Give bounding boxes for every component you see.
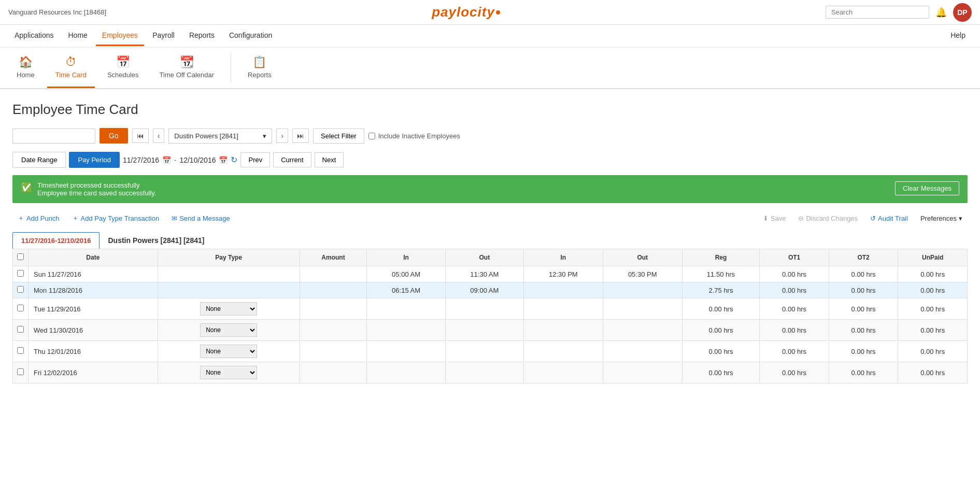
refresh-icon[interactable]: ↻	[231, 155, 237, 165]
row-unpaid: 0.00 hrs	[898, 282, 968, 298]
row-out2	[603, 341, 682, 362]
nav-configuration[interactable]: Configuration	[223, 26, 278, 46]
row-checkbox[interactable]	[17, 347, 24, 354]
clear-messages-button[interactable]: Clear Messages	[895, 181, 959, 195]
pay-period-button[interactable]: Pay Period	[69, 152, 120, 168]
row-checkbox[interactable]	[17, 270, 24, 277]
preferences-chevron-icon: ▾	[959, 215, 962, 222]
add-punch-button[interactable]: ＋ Add Punch	[12, 210, 65, 226]
nav-help[interactable]: Help	[944, 26, 972, 46]
last-record-button[interactable]: ⏭	[292, 128, 309, 143]
home-icon: 🏠	[19, 55, 33, 69]
employee-search-input[interactable]	[12, 128, 95, 144]
employee-dropdown[interactable]: Dustin Powers [2841] ▾	[168, 128, 272, 144]
row-reg: 2.75 hrs	[682, 282, 760, 298]
row-out1: 09:00 AM	[445, 282, 523, 298]
row-in1: 06:15 AM	[367, 282, 445, 298]
pay-type-select[interactable]: None	[200, 345, 257, 358]
subnav-schedules[interactable]: 📅 Schedules	[99, 48, 147, 88]
avatar[interactable]: DP	[953, 3, 972, 22]
action-bar: ＋ Add Punch ＋ Add Pay Type Transaction ✉…	[12, 210, 968, 226]
row-out2	[603, 298, 682, 320]
period-tab[interactable]: 11/27/2016-12/10/2016	[12, 232, 100, 249]
row-checkbox[interactable]	[17, 305, 24, 311]
notification-bell-icon[interactable]: 🔔	[935, 7, 947, 18]
subnav-divider	[231, 52, 231, 83]
subnav-timeoff[interactable]: 📆 Time Off Calendar	[151, 48, 223, 88]
row-checkbox[interactable]	[17, 286, 24, 293]
row-unpaid: 0.00 hrs	[898, 362, 968, 383]
col-reg: Reg	[682, 249, 760, 266]
row-pay-type[interactable]: None	[158, 341, 300, 362]
nav-employees[interactable]: Employees	[96, 26, 144, 46]
preferences-button[interactable]: Preferences ▾	[915, 211, 968, 225]
pay-type-select[interactable]: None	[200, 366, 257, 379]
nav-reports[interactable]: Reports	[183, 26, 221, 46]
row-pay-type[interactable]: None	[158, 298, 300, 320]
top-bar-right: 🔔 DP	[826, 3, 972, 22]
current-period-button[interactable]: Current	[273, 152, 311, 167]
row-checkbox-cell	[13, 298, 29, 320]
row-in1	[367, 320, 445, 341]
success-banner-content: ✅ Timesheet processed successfully Emplo…	[21, 181, 157, 197]
top-bar: Vanguard Resources Inc [18468] paylocity…	[0, 0, 980, 25]
subnav-schedules-label: Schedules	[107, 71, 139, 79]
row-unpaid: 0.00 hrs	[898, 298, 968, 320]
nav-applications[interactable]: Applications	[8, 26, 60, 46]
end-date-calendar-icon[interactable]: 📅	[219, 156, 228, 164]
logo-dot	[496, 10, 500, 15]
row-pay-type[interactable]: None	[158, 320, 300, 341]
row-checkbox[interactable]	[17, 326, 24, 333]
col-ot1: OT1	[760, 249, 829, 266]
next-record-button[interactable]: ›	[276, 128, 288, 143]
row-pay-type[interactable]: None	[158, 362, 300, 383]
date-range-button[interactable]: Date Range	[12, 152, 66, 168]
row-out2	[603, 320, 682, 341]
row-in2: 12:30 PM	[523, 266, 603, 282]
discard-icon: ⊖	[798, 215, 804, 222]
row-checkbox-cell	[13, 266, 29, 282]
action-bar-right: ⬇ Save ⊖ Discard Changes ↺ Audit Trail P…	[758, 211, 968, 225]
include-inactive-label: Include Inactive Employees	[368, 132, 460, 140]
start-date-calendar-icon[interactable]: 📅	[162, 156, 171, 164]
row-out2	[603, 282, 682, 298]
prev-period-button[interactable]: Prev	[240, 152, 270, 167]
select-all-checkbox[interactable]	[17, 253, 24, 260]
nav-payroll[interactable]: Payroll	[146, 26, 181, 46]
search-input[interactable]	[826, 6, 929, 19]
subnav-home-label: Home	[17, 71, 35, 79]
nav-home[interactable]: Home	[62, 26, 94, 46]
timecard-icon: ⏱	[65, 55, 77, 69]
date-separator: -	[174, 156, 176, 164]
go-button[interactable]: Go	[100, 128, 128, 144]
audit-trail-button[interactable]: ↺ Audit Trail	[865, 211, 913, 225]
col-in2: In	[523, 249, 603, 266]
first-record-button[interactable]: ⏮	[132, 128, 149, 143]
row-checkbox[interactable]	[17, 368, 24, 375]
next-period-button[interactable]: Next	[315, 152, 344, 167]
envelope-icon: ✉	[172, 215, 177, 222]
table-header-bar: 11/27/2016-12/10/2016 Dustin Powers [284…	[12, 232, 968, 249]
add-pay-type-button[interactable]: ＋ Add Pay Type Transaction	[67, 210, 165, 226]
row-checkbox-cell	[13, 282, 29, 298]
page-title: Employee Time Card	[12, 102, 968, 118]
select-filter-button[interactable]: Select Filter	[313, 128, 364, 144]
save-button[interactable]: ⬇ Save	[758, 211, 791, 225]
subnav-reports[interactable]: 📋 Reports	[239, 48, 280, 88]
discard-changes-button[interactable]: ⊖ Discard Changes	[793, 211, 863, 225]
pay-type-select[interactable]: None	[200, 302, 257, 316]
row-amount	[300, 362, 367, 383]
prev-record-button[interactable]: ‹	[153, 128, 165, 143]
time-card-table: Date Pay Type Amount In Out In Out Reg O…	[12, 249, 968, 383]
dropdown-chevron-icon: ▾	[263, 132, 266, 140]
subnav-reports-label: Reports	[248, 71, 272, 79]
save-icon: ⬇	[763, 215, 769, 222]
include-inactive-checkbox[interactable]	[368, 133, 375, 139]
subnav-home[interactable]: 🏠 Home	[8, 48, 43, 88]
pay-type-select[interactable]: None	[200, 323, 257, 337]
send-message-button[interactable]: ✉ Send a Message	[166, 211, 235, 225]
row-in2	[523, 341, 603, 362]
col-out1: Out	[445, 249, 523, 266]
row-in2	[523, 320, 603, 341]
subnav-timecard[interactable]: ⏱ Time Card	[47, 48, 95, 88]
